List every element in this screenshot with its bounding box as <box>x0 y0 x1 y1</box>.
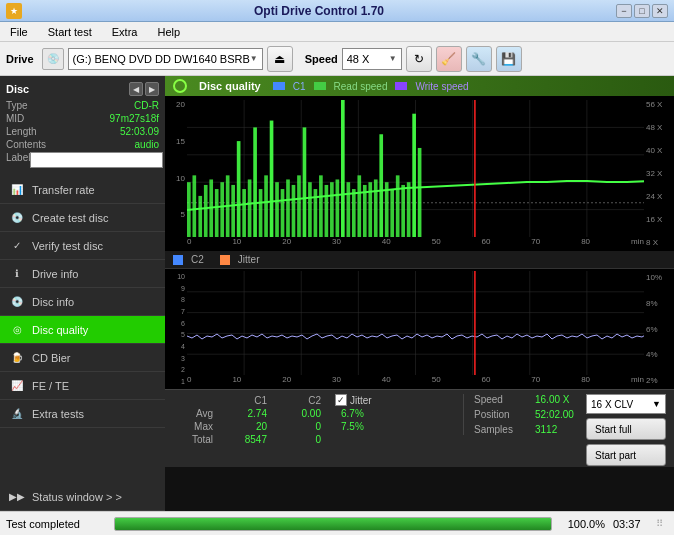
bottom-chart: 10 9 8 7 6 5 4 3 2 1 10% 8% 6% 4% <box>165 269 674 389</box>
total-label: Total <box>173 434 213 445</box>
c1-header: C1 <box>217 395 267 406</box>
close-button[interactable]: ✕ <box>652 4 668 18</box>
menubar: File Start test Extra Help <box>0 22 674 42</box>
samples-value: 3112 <box>535 424 557 435</box>
sidebar-item-label: Drive info <box>32 268 78 280</box>
svg-rect-53 <box>412 114 416 237</box>
settings-button[interactable]: 🧹 <box>436 46 462 72</box>
drive-select[interactable]: (G:) BENQ DVD DD DW1640 BSRB ▼ <box>68 48 263 70</box>
svg-rect-32 <box>297 175 301 237</box>
write-speed-legend-box <box>395 82 407 90</box>
contents-value: audio <box>135 139 159 150</box>
save-button[interactable]: 💾 <box>496 46 522 72</box>
drive-icon: 💿 <box>42 48 64 70</box>
sidebar-item-label: Transfer rate <box>32 184 95 196</box>
speed-stat-label: Speed <box>474 394 529 405</box>
svg-rect-17 <box>215 189 219 237</box>
menu-extra[interactable]: Extra <box>106 24 144 40</box>
top-x-axis: 0 10 20 30 40 50 60 70 80 min <box>187 237 644 251</box>
stats-avg-row: Avg 2.74 0.00 6.7% <box>173 408 453 419</box>
svg-rect-49 <box>390 189 394 237</box>
sidebar: Disc ◀ ▶ Type CD-R MID 97m27s18f Length <box>0 76 165 511</box>
svg-rect-46 <box>374 179 378 237</box>
verify-test-disc-icon: ✓ <box>10 239 24 253</box>
position-row: Position 52:02.00 <box>474 409 574 420</box>
chart-legend: C1 Read speed Write speed <box>273 81 469 92</box>
jitter-checkbox[interactable]: ✓ <box>335 394 347 406</box>
app-title: Opti Drive Control 1.70 <box>22 4 616 18</box>
stats-header-row: C1 C2 ✓ Jitter <box>173 394 453 406</box>
minimize-button[interactable]: − <box>616 4 632 18</box>
sidebar-item-label: CD Bier <box>32 352 71 364</box>
menu-help[interactable]: Help <box>151 24 186 40</box>
max-label: Max <box>173 421 213 432</box>
svg-rect-29 <box>281 189 285 237</box>
sidebar-item-label: Extra tests <box>32 408 84 420</box>
svg-rect-21 <box>237 141 241 237</box>
menu-start-test[interactable]: Start test <box>42 24 98 40</box>
avg-label: Avg <box>173 408 213 419</box>
sidebar-nav: 📊 Transfer rate 💿 Create test disc ✓ Ver… <box>0 176 165 511</box>
menu-file[interactable]: File <box>4 24 34 40</box>
read-speed-legend-label: Read speed <box>334 81 388 92</box>
mid-label: MID <box>6 113 24 124</box>
sidebar-item-drive-info[interactable]: ℹ Drive info <box>0 260 165 288</box>
svg-rect-37 <box>325 185 329 237</box>
sidebar-item-disc-info[interactable]: 💿 Disc info <box>0 288 165 316</box>
svg-rect-52 <box>407 182 411 237</box>
svg-rect-39 <box>336 179 340 237</box>
type-label: Type <box>6 100 28 111</box>
avg-c2: 0.00 <box>271 408 321 419</box>
speed-stat-value: 16.00 X <box>535 394 569 405</box>
statusbar: Test completed 100.0% 03:37 ⠿ <box>0 511 674 535</box>
speed-clv-select[interactable]: 16 X CLV ▼ <box>586 394 666 414</box>
avg-c1: 2.74 <box>217 408 267 419</box>
bottom-chart-header: C2 Jitter <box>165 251 674 269</box>
svg-rect-36 <box>319 175 323 237</box>
sidebar-item-disc-quality[interactable]: ◎ Disc quality <box>0 316 165 344</box>
sidebar-item-extra-tests[interactable]: 🔬 Extra tests <box>0 400 165 428</box>
maximize-button[interactable]: □ <box>634 4 650 18</box>
disc-nav-arrows: ◀ ▶ <box>129 82 159 96</box>
start-part-button[interactable]: Start part <box>586 444 666 466</box>
cd-bier-icon: 🍺 <box>10 351 24 365</box>
svg-rect-28 <box>275 182 279 237</box>
resize-handle[interactable]: ⠿ <box>656 518 668 530</box>
sidebar-item-cd-bier[interactable]: 🍺 CD Bier <box>0 344 165 372</box>
sidebar-item-create-test-disc[interactable]: 💿 Create test disc <box>0 204 165 232</box>
disc-next[interactable]: ▶ <box>145 82 159 96</box>
sidebar-item-fe-te[interactable]: 📈 FE / TE <box>0 372 165 400</box>
svg-rect-30 <box>286 179 290 237</box>
drive-select-arrow: ▼ <box>250 54 258 63</box>
eject-button[interactable]: ⏏ <box>267 46 293 72</box>
length-label: Length <box>6 126 37 137</box>
svg-rect-51 <box>401 185 405 237</box>
disc-prev[interactable]: ◀ <box>129 82 143 96</box>
bottom-y-axis-right: 10% 8% 6% 4% 2% <box>644 269 674 389</box>
length-value: 52:03.09 <box>120 126 159 137</box>
position-label: Position <box>474 409 529 420</box>
svg-rect-43 <box>357 175 361 237</box>
status-window-icon: ▶▶ <box>10 490 24 504</box>
disc-info-panel: Disc ◀ ▶ Type CD-R MID 97m27s18f Length <box>0 76 165 176</box>
c1-legend-box <box>273 82 285 90</box>
disc-section-title: Disc <box>6 83 29 95</box>
label-input[interactable] <box>30 152 163 168</box>
info-button[interactable]: 🔧 <box>466 46 492 72</box>
svg-rect-40 <box>341 100 345 237</box>
top-plot-area <box>187 100 644 237</box>
start-full-button[interactable]: Start full <box>586 418 666 440</box>
speed-clv-row: 16 X CLV ▼ <box>586 394 666 414</box>
sidebar-item-verify-test-disc[interactable]: ✓ Verify test disc <box>0 232 165 260</box>
sidebar-item-label: Disc quality <box>32 324 88 336</box>
speed-select[interactable]: 48 X ▼ <box>342 48 402 70</box>
sidebar-item-status-window[interactable]: ▶▶ Status window > > <box>0 483 165 511</box>
progress-bar <box>114 517 552 531</box>
sidebar-item-transfer-rate[interactable]: 📊 Transfer rate <box>0 176 165 204</box>
samples-label: Samples <box>474 424 529 435</box>
refresh-button[interactable]: ↻ <box>406 46 432 72</box>
bottom-x-axis: 0 10 20 30 40 50 60 70 80 min <box>187 375 644 389</box>
svg-rect-13 <box>192 175 196 237</box>
svg-rect-26 <box>264 175 268 237</box>
stats-right-panel: Speed 16.00 X Position 52:02.00 Samples … <box>463 394 574 435</box>
